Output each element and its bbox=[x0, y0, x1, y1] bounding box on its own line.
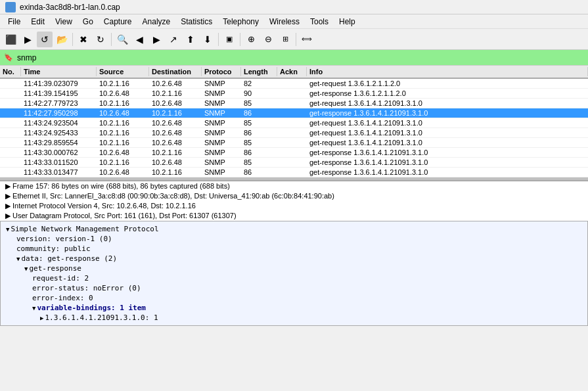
table-row[interactable]: 11:43:24.925433 10.2.1.16 10.2.6.48 SNMP… bbox=[0, 128, 588, 138]
cell-src: 10.2.1.16 bbox=[97, 79, 149, 88]
snmp-error-index: error-index: 0 bbox=[6, 293, 582, 303]
detail-row[interactable]: ▶ Internet Protocol Version 4, Src: 10.2… bbox=[0, 201, 588, 211]
detail-row[interactable]: ▶ Frame 157: 86 bytes on wire (688 bits)… bbox=[0, 181, 588, 191]
top-button[interactable]: ⬆ bbox=[183, 32, 198, 47]
cell-dst: 10.2.6.48 bbox=[149, 128, 202, 137]
cell-info: get-request 1.3.6.1.4.1.21091.3.1.0 bbox=[307, 99, 588, 108]
cell-info: get-request 1.3.6.1.4.1.21091.3.1.0 bbox=[307, 138, 588, 147]
cell-src: 10.2.6.48 bbox=[97, 148, 149, 157]
cell-info: get-response 1.3.6.1.2.1.1.2.0 bbox=[307, 89, 588, 98]
table-row[interactable]: 11:43:24.923504 10.2.1.16 10.2.6.48 SNMP… bbox=[0, 118, 588, 128]
snmp-variable-bindings[interactable]: ▼variable-bindings: 1 item bbox=[6, 303, 582, 313]
toolbar-sep5 bbox=[296, 33, 296, 46]
cell-time: 11:41:39.023079 bbox=[21, 79, 97, 88]
cell-ackn bbox=[277, 118, 307, 127]
packet-list: No. Time Source Destination Protoco Leng… bbox=[0, 66, 588, 177]
cell-src: 10.2.1.16 bbox=[97, 138, 149, 147]
title-bar: exinda-3ac8d8-br1-lan.0.cap bbox=[0, 0, 588, 14]
cell-ackn bbox=[277, 158, 307, 167]
close-file-button[interactable]: ✖ bbox=[76, 32, 91, 47]
menu-wireless[interactable]: Wireless bbox=[264, 16, 305, 28]
cell-len: 85 bbox=[241, 158, 277, 167]
cell-info: get-request 1.3.6.1.4.1.21091.3.1.0 bbox=[307, 118, 588, 127]
cell-time: 11:43:24.923504 bbox=[21, 118, 97, 127]
table-row[interactable]: 11:41:39.023079 10.2.1.16 10.2.6.48 SNMP… bbox=[0, 79, 588, 89]
cell-len: 86 bbox=[241, 128, 277, 137]
back-nav-button[interactable]: ◀ bbox=[131, 32, 147, 47]
zoom-out-button[interactable]: ⊖ bbox=[260, 32, 276, 47]
snmp-title[interactable]: ▼Simple Network Management Protocol bbox=[6, 224, 582, 234]
cell-src: 10.2.1.16 bbox=[97, 128, 149, 137]
snmp-get-response[interactable]: ▼get-response bbox=[6, 264, 582, 273]
start-button[interactable]: ▶ bbox=[20, 32, 35, 47]
zoom-in-button[interactable]: ⊕ bbox=[243, 32, 259, 47]
snmp-data[interactable]: ▼data: get-response (2) bbox=[6, 254, 582, 264]
restart-button[interactable]: ↺ bbox=[37, 32, 53, 47]
cell-len: 82 bbox=[241, 79, 277, 88]
cell-proto: SNMP bbox=[202, 108, 241, 118]
col-time: Time bbox=[21, 67, 97, 76]
cell-info: get-request 1.3.6.1.4.1.21091.3.1.0 bbox=[307, 128, 588, 137]
menu-telephony[interactable]: Telephony bbox=[217, 16, 264, 28]
cell-info: get-response 1.3.6.1.4.1.21091.3.1.0 bbox=[307, 148, 588, 157]
menu-tools[interactable]: Tools bbox=[305, 16, 334, 28]
cell-time: 11:43:30.000762 bbox=[21, 148, 97, 157]
cell-ackn bbox=[277, 108, 307, 118]
cell-src: 10.2.1.16 bbox=[97, 158, 149, 167]
menu-file[interactable]: File bbox=[3, 16, 26, 28]
col-source: Source bbox=[97, 67, 149, 76]
snmp-community: community: public bbox=[6, 244, 582, 254]
detail-row[interactable]: ▶ User Datagram Protocol, Src Port: 161 … bbox=[0, 211, 588, 221]
open-button[interactable]: 📂 bbox=[54, 32, 70, 47]
col-length: Length bbox=[241, 67, 277, 76]
snmp-tree: ▼Simple Network Management Protocol vers… bbox=[0, 221, 588, 326]
menu-bar: File Edit View Go Capture Analyze Statis… bbox=[0, 14, 588, 29]
goto-button[interactable]: ↗ bbox=[166, 32, 181, 47]
cell-no bbox=[0, 79, 21, 88]
stop-button[interactable]: ⬛ bbox=[3, 32, 18, 47]
cell-info: get-request 1.3.6.1.2.1.1.2.0 bbox=[307, 79, 588, 88]
cell-proto: SNMP bbox=[202, 138, 241, 147]
cell-src: 10.2.1.16 bbox=[97, 99, 149, 108]
filter-icon: 🔖 bbox=[4, 53, 13, 62]
snmp-oid[interactable]: ▶1.3.6.1.4.1.21091.3.1.0: 1 bbox=[6, 313, 582, 323]
menu-go[interactable]: Go bbox=[78, 16, 99, 28]
menu-help[interactable]: Help bbox=[334, 16, 361, 28]
cell-ackn bbox=[277, 89, 307, 98]
colorize-button[interactable]: ▣ bbox=[221, 32, 237, 47]
cell-no bbox=[0, 138, 21, 147]
table-row[interactable]: 11:43:30.000762 10.2.6.48 10.2.1.16 SNMP… bbox=[0, 148, 588, 158]
table-row[interactable]: 11:42:27.950298 10.2.6.48 10.2.1.16 SNMP… bbox=[0, 108, 588, 118]
cell-time: 11:41:39.154195 bbox=[21, 89, 97, 98]
detail-row[interactable]: ▶ Ethernet II, Src: LannerEl_3a:c8:d8 (0… bbox=[0, 191, 588, 201]
packet-list-header: No. Time Source Destination Protoco Leng… bbox=[0, 66, 588, 79]
cell-dst: 10.2.6.48 bbox=[149, 79, 202, 88]
table-row[interactable]: 11:43:33.013477 10.2.6.48 10.2.1.16 SNMP… bbox=[0, 168, 588, 177]
cell-proto: SNMP bbox=[202, 89, 241, 98]
menu-analyze[interactable]: Analyze bbox=[137, 16, 176, 28]
table-row[interactable]: 11:42:27.779723 10.2.1.16 10.2.6.48 SNMP… bbox=[0, 99, 588, 108]
menu-edit[interactable]: Edit bbox=[26, 16, 50, 28]
normal-zoom-button[interactable]: ⊞ bbox=[277, 32, 293, 47]
menu-view[interactable]: View bbox=[50, 16, 78, 28]
cell-no bbox=[0, 89, 21, 98]
cell-len: 85 bbox=[241, 118, 277, 127]
toolbar-sep1 bbox=[72, 33, 73, 46]
resize-cols-button[interactable]: ⟺ bbox=[299, 32, 315, 47]
reload-button[interactable]: ↻ bbox=[93, 32, 108, 47]
table-row[interactable]: 11:43:33.011520 10.2.1.16 10.2.6.48 SNMP… bbox=[0, 158, 588, 168]
table-row[interactable]: 11:41:39.154195 10.2.6.48 10.2.1.16 SNMP… bbox=[0, 89, 588, 99]
cell-ackn bbox=[277, 148, 307, 157]
col-protocol: Protoco bbox=[202, 67, 241, 76]
cell-info: get-response 1.3.6.1.4.1.21091.3.1.0 bbox=[307, 168, 588, 177]
cell-no bbox=[0, 168, 21, 177]
filter-input[interactable] bbox=[17, 53, 584, 62]
table-row[interactable]: 11:43:29.859554 10.2.1.16 10.2.6.48 SNMP… bbox=[0, 138, 588, 148]
forward-nav-button[interactable]: ▶ bbox=[148, 32, 164, 47]
cell-ackn bbox=[277, 99, 307, 108]
bottom-button[interactable]: ⬇ bbox=[200, 32, 215, 47]
find-button[interactable]: 🔍 bbox=[114, 32, 130, 47]
menu-capture[interactable]: Capture bbox=[99, 16, 137, 28]
menu-statistics[interactable]: Statistics bbox=[175, 16, 217, 28]
frame-details: ▶ Frame 157: 86 bytes on wire (688 bits)… bbox=[0, 180, 588, 221]
